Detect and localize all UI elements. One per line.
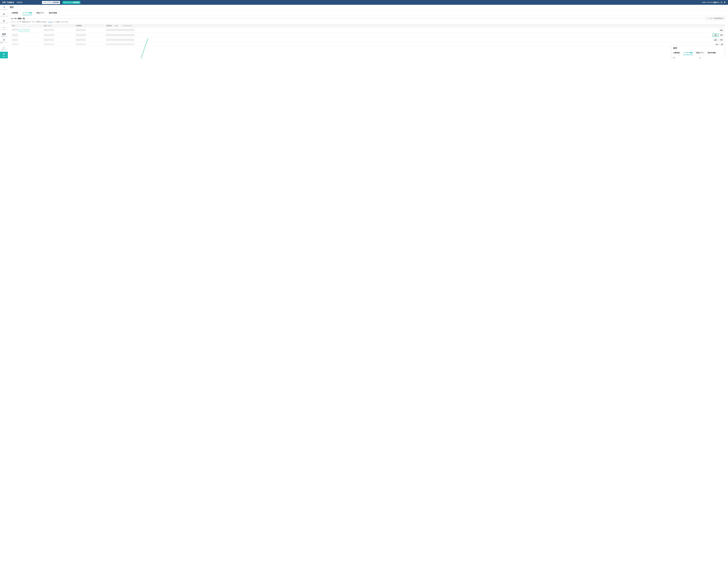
- bell-icon[interactable]: [724, 1, 726, 3]
- table-row: 編集 削除: [11, 42, 725, 47]
- page-icon: ▢: [3, 46, 5, 49]
- edit-title: 設定: [671, 45, 725, 51]
- medialist-new-button[interactable]: メディアリスト新規登録: [42, 1, 60, 4]
- chevron-right-icon: ›: [7, 34, 7, 36]
- sidebar-item-analytics[interactable]: ▮▮▮分析データ›: [0, 32, 8, 38]
- delete-button[interactable]: 削除: [719, 39, 724, 41]
- table-row: メインユーザー 編集: [11, 28, 725, 33]
- chevron-right-icon: ›: [7, 41, 7, 42]
- mainuser-badge: メインユーザー: [19, 29, 29, 32]
- page-title: 設定: [9, 5, 727, 10]
- sidebar-item-label: ダッシュボード: [0, 9, 8, 10]
- sidebar: ◔ダッシュボード ▤プレスリリース› ▥メディアリスト› ▭ストーリー› ▮▮▮…: [0, 5, 8, 58]
- table-row: 編集 削除: [11, 38, 725, 42]
- gear-icon: ⚙: [3, 53, 5, 55]
- col-fax: FAX: [114, 24, 121, 28]
- sidebar-item-pressrelease[interactable]: ▤プレスリリース›: [0, 11, 8, 18]
- user-list-panel: ユーザー情報一覧 ＋ユーザーを新規登録する ※メインユーザー権限を別のユーザーに…: [9, 15, 727, 48]
- link-icon: ⌘: [3, 39, 5, 41]
- chevron-down-icon[interactable]: ⌄: [25, 2, 26, 3]
- delete-button[interactable]: 削除: [720, 43, 724, 46]
- edit-tabstrip: 企業情報 ユーザー情報 料金プラン 請求先情報: [671, 51, 725, 55]
- chevron-right-icon: ›: [7, 14, 7, 15]
- gauge-icon: ◔: [3, 6, 5, 8]
- col-kana: 氏名（カナ）: [43, 24, 75, 28]
- chevron-right-icon: ›: [7, 54, 7, 56]
- tab-company[interactable]: 企業情報: [12, 11, 18, 15]
- brand-sub: 管理画面: [17, 1, 22, 4]
- user-table: 氏名 氏名（カナ） 所属部署 電話番号 FAX メールアドレス メインユーザー …: [11, 24, 725, 47]
- note-text: にてご案内しております。: [52, 21, 70, 23]
- chevron-right-icon: ›: [7, 28, 7, 29]
- sidebar-item-label: Webクリッピング: [0, 41, 8, 45]
- chevron-right-icon: ›: [7, 48, 7, 49]
- sidebar-item-company[interactable]: ▢企業ページ›: [0, 45, 8, 52]
- edit-button[interactable]: 編集: [719, 29, 724, 32]
- topbar: PR TIMES 管理画面 ⌄ メディアリスト新規登録 プレスリリース新規登録 …: [0, 0, 728, 5]
- sidebar-item-label: プレスリリース: [0, 15, 8, 17]
- edit-button[interactable]: 編集: [715, 43, 719, 46]
- support-link[interactable]: サポートデスクに相談する: [702, 1, 719, 4]
- sidebar-item-label: メディアリスト: [0, 22, 8, 24]
- edit-tab-user[interactable]: ユーザー情報: [683, 51, 693, 55]
- pressrelease-new-button[interactable]: プレスリリース新規登録: [62, 1, 80, 4]
- col-name: 氏名: [11, 24, 43, 28]
- edit-button[interactable]: 編集: [713, 34, 718, 36]
- table-row: 編集 削除: [11, 33, 725, 38]
- user-edit-panel: 設定 企業情報 ユーザー情報 料金プラン 請求先情報 姓 名 セイ メイ 所属部…: [671, 45, 725, 58]
- new-user-button[interactable]: ＋ユーザーを新規登録する: [705, 17, 725, 20]
- sidebar-item-label: 企業ページ: [1, 49, 7, 50]
- edit-button[interactable]: 編集: [713, 39, 718, 41]
- chevron-right-icon: ›: [7, 21, 7, 22]
- panel-title: ユーザー情報一覧: [11, 17, 25, 20]
- book-open-icon: ▭: [3, 26, 5, 29]
- label-mei: 名: [699, 57, 723, 58]
- label-sei: 姓: [673, 57, 697, 58]
- sidebar-item-dashboard[interactable]: ◔ダッシュボード: [0, 5, 8, 11]
- note-link[interactable]: こちら: [48, 21, 52, 23]
- list-icon: ▥: [3, 19, 5, 22]
- col-mail: メールアドレス: [121, 24, 711, 28]
- news-icon: ▤: [3, 13, 5, 15]
- col-tel: 電話番号: [105, 24, 114, 28]
- edit-tab-billing[interactable]: 請求先情報: [708, 51, 716, 55]
- delete-button[interactable]: 削除: [719, 34, 724, 36]
- chart-icon: ▮▮▮: [2, 33, 6, 35]
- sidebar-item-medialist[interactable]: ▥メディアリスト›: [0, 18, 8, 25]
- panel-note: ※メインユーザー権限を別のユーザーに変更する方法は、こちらにてご案内しております…: [11, 21, 725, 23]
- sidebar-item-story[interactable]: ▭ストーリー›: [0, 25, 8, 32]
- tab-plan[interactable]: 料金プラン: [36, 11, 44, 15]
- content: 設定 企業情報 ユーザー情報 料金プラン 請求先情報 ユーザー情報一覧 ＋ユーザ…: [8, 5, 728, 48]
- sidebar-item-label: 設定: [3, 56, 5, 57]
- col-dept: 所属部署: [75, 24, 105, 28]
- sidebar-item-webclipping[interactable]: ⌘Webクリッピング›: [0, 38, 8, 45]
- edit-tab-plan[interactable]: 料金プラン: [696, 51, 704, 55]
- sidebar-item-label: ストーリー: [1, 29, 7, 30]
- note-text: ※メインユーザー権限を別のユーザーに変更する方法は、: [11, 21, 48, 23]
- tab-user[interactable]: ユーザー情報: [22, 11, 32, 15]
- brand: PR TIMES: [2, 1, 14, 4]
- tabstrip: 企業情報 ユーザー情報 料金プラン 請求先情報: [9, 10, 727, 15]
- book-icon[interactable]: [721, 1, 722, 3]
- edit-tab-company[interactable]: 企業情報: [673, 51, 680, 55]
- tab-billing[interactable]: 請求先情報: [49, 11, 57, 15]
- sidebar-item-settings[interactable]: ⚙設定›: [0, 52, 8, 58]
- sidebar-item-label: 分析データ: [1, 36, 7, 37]
